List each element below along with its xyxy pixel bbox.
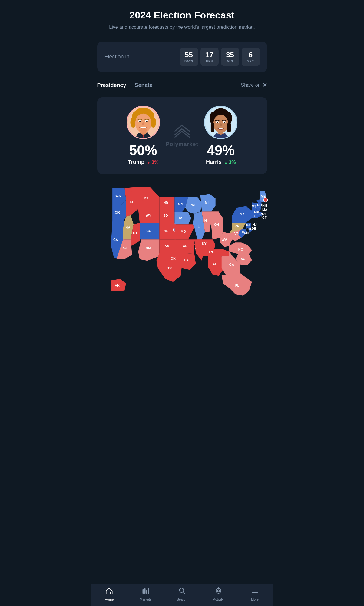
svg-text:NH: NH [262, 204, 267, 208]
svg-point-11 [142, 122, 144, 125]
harris-info: Harris 3% [206, 159, 236, 165]
state-la [180, 253, 196, 270]
state-fl [221, 273, 252, 296]
tab-senate[interactable]: Senate [135, 82, 153, 92]
countdown-sec: 6 SEC [242, 48, 260, 66]
share-button[interactable]: Share on ✕ [241, 82, 267, 92]
polymarket-logo-icon [166, 124, 198, 140]
svg-rect-25 [211, 122, 214, 132]
state-ct [252, 215, 259, 218]
state-mo [174, 225, 194, 240]
share-label: Share on [241, 82, 261, 88]
harris-name: Harris [206, 159, 222, 165]
svg-point-78 [244, 231, 246, 233]
state-ia [174, 212, 191, 225]
tab-presidency[interactable]: Presidency [97, 82, 126, 92]
state-wa [112, 188, 126, 205]
state-tn [196, 249, 229, 256]
polymarket-text: Polymarket [166, 141, 198, 147]
harris-percent: 49% [207, 143, 235, 157]
svg-text:DE: DE [251, 227, 256, 231]
state-ma [252, 211, 260, 215]
trump-avatar [127, 106, 160, 139]
x-icon: ✕ [263, 82, 267, 88]
state-co [140, 223, 159, 240]
polymarket-watermark: Polymarket [166, 124, 198, 147]
harris-avatar [204, 106, 237, 139]
svg-point-22 [224, 122, 225, 123]
svg-point-70 [263, 198, 267, 202]
svg-text:NJ: NJ [252, 223, 256, 227]
state-al [208, 256, 223, 276]
state-wi [185, 197, 202, 214]
state-mi [200, 194, 215, 211]
tabs-row: Presidency Senate Share on ✕ [91, 77, 273, 92]
state-ak [111, 279, 126, 291]
state-oh [211, 212, 223, 240]
countdown-boxes: 55 DAYS 17 HRS 35 MIN 6 SEC [180, 48, 260, 66]
state-sd [159, 209, 174, 223]
state-nd [159, 197, 174, 209]
page-title: 2024 Election Forecast [98, 10, 266, 21]
candidates-row: 50% Trump 3% Polymarket [104, 106, 260, 165]
header-section: 2024 Election Forecast Live and accurate… [91, 0, 273, 37]
harris-change: 3% [224, 160, 236, 165]
svg-text:MA: MA [262, 208, 267, 212]
svg-point-21 [217, 122, 218, 123]
countdown-min: 35 MIN [221, 48, 239, 66]
state-ar [176, 240, 194, 254]
us-map: WA OR CA ID NV AZ MT [94, 179, 270, 308]
map-section: WA OR CA ID NV AZ MT [94, 179, 270, 308]
tabs-left: Presidency Senate [97, 82, 153, 92]
state-ny [232, 206, 252, 223]
page-subtitle: Live and accurate forecasts by the world… [98, 24, 266, 31]
candidates-card: 50% Trump 3% Polymarket [97, 97, 267, 174]
svg-point-23 [220, 124, 222, 126]
state-ky [194, 240, 215, 250]
svg-point-4 [130, 117, 136, 128]
state-nc [229, 243, 252, 254]
trump-info: Trump 3% [128, 159, 158, 165]
countdown-days: 55 DAYS [180, 48, 198, 66]
state-ks [159, 240, 176, 253]
svg-point-9 [139, 121, 141, 122]
svg-point-12 [139, 128, 147, 132]
svg-line-82 [260, 216, 261, 217]
trump-name: Trump [128, 159, 144, 165]
trump-percent: 50% [129, 143, 157, 157]
countdown-hrs: 17 HRS [200, 48, 219, 66]
svg-point-10 [146, 121, 148, 122]
svg-text:CT: CT [262, 216, 266, 220]
countdown-container: Election in 55 DAYS 17 HRS 35 MIN 6 SEC [97, 42, 267, 72]
state-nm [138, 240, 159, 261]
trump-change: 3% [147, 160, 158, 165]
countdown-label: Election in [104, 54, 130, 60]
svg-point-5 [150, 117, 156, 128]
svg-rect-26 [227, 122, 231, 132]
svg-text:RI: RI [262, 212, 265, 216]
